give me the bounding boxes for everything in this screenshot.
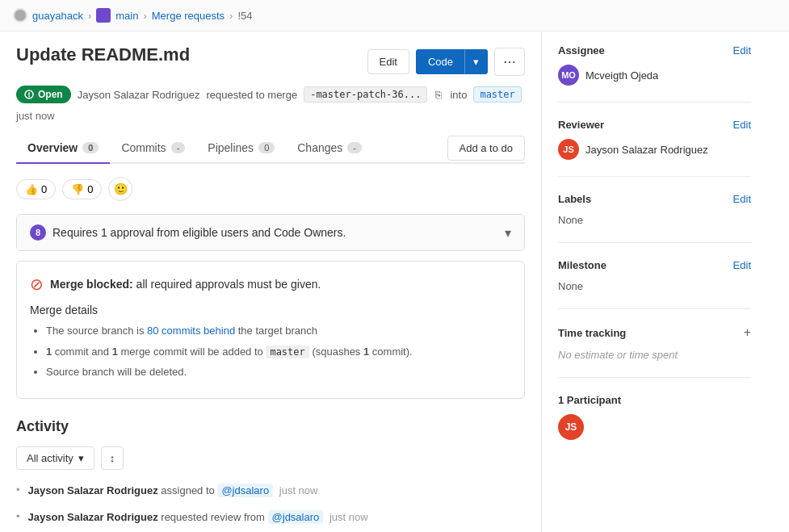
activity-item: • Jayson Salazar Rodriguez assigned to @…: [16, 483, 525, 499]
commits-behind-link[interactable]: 80 commits behind: [147, 325, 235, 337]
sort-icon: ↕: [110, 452, 115, 464]
tab-changes[interactable]: Changes -: [286, 133, 373, 164]
approval-count: 8: [30, 224, 46, 241]
time-tracking-title: Time tracking: [558, 327, 626, 339]
org-icon: [13, 8, 27, 23]
labels-value: None: [558, 214, 583, 226]
tab-pipelines-badge: 0: [258, 142, 275, 153]
tab-overview-badge: 0: [82, 142, 99, 153]
reactions-row: 👍 0 👎 0 🙂: [16, 177, 525, 201]
activity-list: • Jayson Salazar Rodriguez assigned to @…: [16, 483, 525, 533]
breadcrumb-org-link[interactable]: guayahack: [32, 10, 83, 22]
thumbs-up-icon: 👍: [25, 183, 38, 195]
reviewer-name: Jayson Salazar Rodriguez: [585, 144, 708, 156]
status-author: Jayson Salazar Rodriguez: [78, 89, 200, 101]
merge-detail-item: The source branch is 80 commits behind t…: [46, 323, 511, 339]
activity-sort-button[interactable]: ↕: [101, 446, 124, 470]
status-time: just now: [16, 110, 55, 122]
tab-changes-badge: -: [347, 142, 362, 153]
tab-pipelines[interactable]: Pipelines 0: [196, 133, 286, 164]
activity-filter-label: All activity: [27, 452, 73, 464]
into-text: into: [450, 89, 467, 101]
merge-details: Merge details The source branch is 80 co…: [30, 304, 511, 380]
approval-header[interactable]: 8 Requires 1 approval from eligible user…: [17, 215, 524, 250]
time-tracking-add-button[interactable]: +: [744, 325, 751, 340]
reviewer-edit-button[interactable]: Edit: [733, 119, 751, 131]
activity-mention[interactable]: @jdsalaro: [268, 510, 324, 524]
activity-mention[interactable]: @jdsalaro: [217, 484, 273, 497]
target-branch: master: [473, 86, 521, 103]
status-badge: Open: [16, 86, 71, 103]
breadcrumb-mr-id: !54: [237, 10, 252, 22]
tab-commits-badge: -: [171, 142, 186, 153]
thumbs-up-count: 0: [41, 183, 47, 195]
svg-point-1: [99, 11, 107, 19]
activity-text: Jayson Salazar Rodriguez requested revie…: [28, 509, 368, 526]
assignee-edit-button[interactable]: Edit: [733, 44, 751, 57]
more-options-button[interactable]: ⋯: [494, 48, 525, 76]
time-tracking-value: No estimate or time spent: [558, 349, 678, 361]
activity-item: • Jayson Salazar Rodriguez requested rev…: [16, 509, 525, 526]
tabs: Overview 0 Commits - Pipelines 0 Changes…: [16, 133, 525, 164]
merge-blocked-box: ⊘ Merge blocked: all required approvals …: [16, 261, 525, 399]
status-row: Open Jayson Salazar Rodriguez requested …: [16, 86, 525, 122]
activity-actor: Jayson Salazar Rodriguez: [28, 484, 158, 496]
participants-avatars: JS: [558, 414, 751, 440]
status-action: requested to merge: [206, 89, 297, 101]
breadcrumb-branch-link[interactable]: main: [115, 10, 138, 22]
thumbs-up-button[interactable]: 👍 0: [16, 179, 56, 199]
labels-edit-button[interactable]: Edit: [733, 193, 751, 205]
activity-dot: •: [16, 510, 20, 522]
assignee-avatar: MO: [558, 65, 579, 86]
reviewer-title: Reviewer: [558, 119, 604, 131]
reviewer-section: Reviewer Edit JS Jayson Salazar Rodrigue…: [558, 119, 751, 177]
participants-title: 1 Participant: [558, 394, 751, 406]
reviewer-avatar: JS: [558, 139, 579, 160]
assignee-title: Assignee: [558, 44, 605, 57]
sidebar: Assignee Edit MO Mcveigth Ojeda Reviewer…: [541, 31, 767, 532]
add-todo-button[interactable]: Add a to do: [447, 136, 526, 161]
activity-time: just now: [329, 511, 368, 523]
source-branch: -master-patch-36...: [304, 86, 427, 103]
code-button-main[interactable]: Code: [416, 49, 465, 74]
milestone-title: Milestone: [558, 259, 606, 271]
breadcrumb: guayahack › main › Merge requests › !54: [0, 0, 789, 31]
thumbs-down-icon: 👎: [71, 183, 84, 195]
activity-controls: All activity ▾ ↕: [16, 446, 525, 470]
add-emoji-button[interactable]: 🙂: [108, 177, 132, 201]
activity-actor: Jayson Salazar Rodriguez: [28, 511, 158, 523]
activity-text: Jayson Salazar Rodriguez assigned to @jd…: [28, 483, 318, 499]
milestone-section: Milestone Edit None: [558, 259, 751, 309]
approval-text: Requires 1 approval from eligible users …: [52, 226, 346, 239]
activity-filter-chevron-icon: ▾: [78, 452, 84, 464]
labels-title: Labels: [558, 193, 591, 205]
assignee-section: Assignee Edit MO Mcveigth Ojeda: [558, 44, 751, 103]
edit-button[interactable]: Edit: [367, 49, 409, 74]
branch-icon: [96, 8, 111, 23]
copy-branch-button[interactable]: ⎘: [434, 87, 443, 103]
blocked-text: Merge blocked: all required approvals mu…: [50, 278, 321, 291]
milestone-value: None: [558, 280, 583, 292]
svg-point-0: [15, 10, 26, 21]
blocked-icon: ⊘: [30, 274, 44, 294]
activity-title: Activity: [16, 418, 525, 435]
page-title: Update README.md: [16, 44, 355, 65]
thumbs-down-button[interactable]: 👎 0: [62, 179, 102, 199]
activity-dot: •: [16, 484, 20, 496]
code-button-group: Code ▾: [416, 49, 488, 74]
reviewer-user: JS Jayson Salazar Rodriguez: [558, 139, 751, 160]
assignee-user: MO Mcveigth Ojeda: [558, 65, 751, 86]
approval-chevron-icon: ▾: [505, 225, 511, 241]
time-tracking-section: Time tracking + No estimate or time spen…: [558, 325, 751, 378]
merge-details-title: Merge details: [30, 304, 511, 316]
tab-overview[interactable]: Overview 0: [16, 133, 110, 164]
participant-avatar: JS: [558, 414, 584, 440]
milestone-edit-button[interactable]: Edit: [733, 259, 751, 271]
thumbs-down-count: 0: [87, 183, 93, 195]
merge-detail-item: 1 commit and 1 merge commit will be adde…: [46, 344, 511, 360]
breadcrumb-section-link[interactable]: Merge requests: [152, 10, 225, 22]
code-button-dropdown[interactable]: ▾: [465, 49, 488, 74]
activity-filter-button[interactable]: All activity ▾: [16, 446, 94, 470]
tab-commits[interactable]: Commits -: [110, 133, 196, 164]
assignee-name: Mcveigth Ojeda: [585, 69, 658, 82]
